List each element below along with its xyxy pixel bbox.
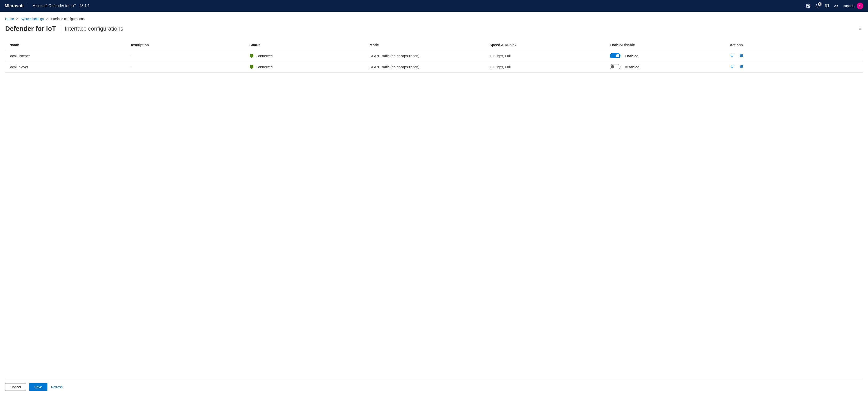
enable-toggle[interactable] bbox=[610, 53, 620, 58]
breadcrumb-system-settings[interactable]: System settings bbox=[21, 17, 44, 21]
cell-name: local_player bbox=[5, 61, 125, 73]
svg-point-3 bbox=[741, 56, 741, 57]
cell-actions bbox=[726, 61, 863, 73]
brand-logo: Microsoft bbox=[5, 3, 28, 8]
cancel-button[interactable]: Cancel bbox=[5, 383, 26, 391]
cell-speed: 10 Gbps, Full bbox=[486, 61, 606, 73]
enable-label: Disabled bbox=[625, 65, 640, 69]
username-label: support bbox=[843, 4, 855, 8]
cloud-icon[interactable] bbox=[834, 3, 839, 8]
cell-status: Connected bbox=[245, 50, 365, 61]
page-subtitle: Interface configurations bbox=[65, 25, 857, 32]
col-header-speed[interactable]: Speed & Duplex bbox=[486, 39, 606, 50]
top-bar: Microsoft Microsoft Defender for IoT - 2… bbox=[0, 0, 868, 12]
col-header-description[interactable]: Description bbox=[125, 39, 245, 50]
breadcrumb: Home > System settings > Interface confi… bbox=[5, 17, 863, 21]
svg-point-1 bbox=[740, 54, 741, 55]
col-header-mode[interactable]: Mode bbox=[365, 39, 486, 50]
interfaces-table: Name Description Status Mode Speed & Dup… bbox=[5, 39, 863, 73]
page-title: Defender for IoT bbox=[5, 25, 60, 32]
cell-name: local_listener bbox=[5, 50, 125, 61]
svg-point-4 bbox=[740, 65, 741, 66]
check-circle-icon bbox=[250, 65, 253, 69]
book-icon[interactable] bbox=[825, 3, 829, 8]
close-icon[interactable] bbox=[857, 26, 863, 31]
save-button[interactable]: Save bbox=[29, 383, 48, 391]
table-row[interactable]: local_player-ConnectedSPAN Traffic (no e… bbox=[5, 61, 863, 73]
breadcrumb-current: Interface configurations bbox=[51, 17, 85, 21]
col-header-actions[interactable]: Actions bbox=[726, 39, 863, 50]
cell-enable: Enabled bbox=[606, 50, 725, 61]
enable-label: Enabled bbox=[625, 54, 638, 58]
svg-point-5 bbox=[742, 66, 742, 67]
blink-led-icon[interactable] bbox=[730, 64, 734, 69]
gear-icon[interactable] bbox=[806, 3, 810, 8]
user-menu[interactable]: support C bbox=[843, 3, 863, 9]
cell-status: Connected bbox=[245, 61, 365, 73]
bell-icon[interactable]: 0 bbox=[815, 3, 820, 8]
refresh-link[interactable]: Refresh bbox=[51, 385, 63, 389]
breadcrumb-home[interactable]: Home bbox=[5, 17, 14, 21]
enable-toggle[interactable] bbox=[610, 64, 620, 69]
svg-point-0 bbox=[808, 5, 809, 7]
col-header-enable[interactable]: Enable/Disable bbox=[606, 39, 725, 50]
cell-mode: SPAN Traffic (no encapsulation) bbox=[365, 50, 486, 61]
cell-enable: Disabled bbox=[606, 61, 725, 73]
footer-bar: Cancel Save Refresh bbox=[5, 379, 863, 395]
check-circle-icon bbox=[250, 54, 253, 58]
app-title: Microsoft Defender for IoT - 23.1.1 bbox=[32, 4, 806, 8]
settings-icon[interactable] bbox=[739, 53, 744, 58]
col-header-status[interactable]: Status bbox=[245, 39, 365, 50]
cell-description: - bbox=[125, 50, 245, 61]
svg-point-2 bbox=[742, 55, 742, 56]
cell-mode: SPAN Traffic (no encapsulation) bbox=[365, 61, 486, 73]
table-row[interactable]: local_listener-ConnectedSPAN Traffic (no… bbox=[5, 50, 863, 61]
blink-led-icon[interactable] bbox=[730, 53, 734, 58]
svg-point-6 bbox=[741, 67, 741, 68]
cell-speed: 10 Gbps, Full bbox=[486, 50, 606, 61]
col-header-name[interactable]: Name bbox=[5, 39, 125, 50]
notification-badge: 0 bbox=[818, 2, 822, 6]
cell-actions bbox=[726, 50, 863, 61]
settings-icon[interactable] bbox=[739, 64, 744, 69]
cell-description: - bbox=[125, 61, 245, 73]
avatar: C bbox=[857, 3, 863, 9]
